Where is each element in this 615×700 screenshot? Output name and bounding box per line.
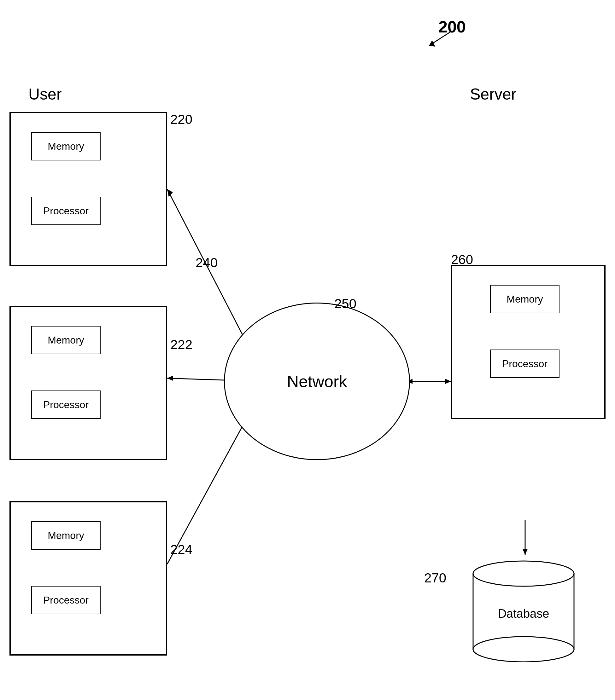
ref-250: 250 (334, 296, 356, 311)
svg-point-33 (473, 561, 574, 586)
svg-marker-11 (445, 379, 451, 384)
processor-224: Processor (31, 586, 101, 614)
ref-224: 224 (170, 542, 193, 557)
svg-marker-14 (522, 549, 528, 555)
figure-number: 200 (439, 17, 466, 36)
database-270: Database (467, 555, 580, 662)
diagram: 200 (0, 0, 615, 700)
ref-222: 222 (170, 337, 193, 352)
device-220: Memory Processor (10, 112, 167, 266)
memory-224: Memory (31, 521, 101, 550)
device-260: Memory Processor (451, 265, 605, 419)
svg-marker-1 (429, 40, 435, 47)
label-user: User (28, 85, 62, 103)
device-222: Memory Processor (10, 306, 167, 460)
svg-marker-6 (167, 376, 173, 381)
device-224: Memory Processor (10, 501, 167, 655)
ref-220: 220 (170, 112, 193, 127)
ref-270: 270 (424, 571, 446, 586)
processor-260: Processor (490, 350, 559, 378)
network-ellipse: Network (224, 302, 410, 460)
svg-point-32 (473, 637, 574, 662)
svg-text:Database: Database (498, 607, 550, 620)
label-server: Server (470, 85, 516, 103)
ref-260: 260 (451, 252, 473, 267)
database-svg: Database (467, 555, 580, 662)
memory-260: Memory (490, 285, 559, 313)
memory-220: Memory (31, 132, 101, 160)
svg-marker-3 (167, 189, 173, 197)
ref-240: 240 (196, 255, 218, 271)
processor-220: Processor (31, 197, 101, 225)
memory-222: Memory (31, 326, 101, 354)
processor-222: Processor (31, 390, 101, 419)
